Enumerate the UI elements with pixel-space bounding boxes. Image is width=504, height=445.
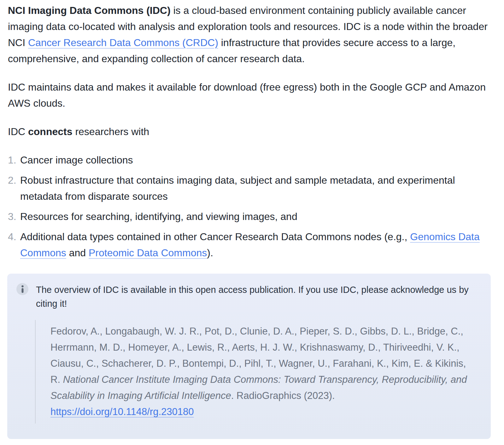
connects-text-b: researchers with [72, 126, 149, 137]
list-marker: 1. [8, 152, 20, 168]
list-marker: 4. [8, 229, 20, 261]
intro-paragraph: NCI Imaging Data Commons (IDC) is a clou… [8, 3, 489, 67]
intro-bold-title: NCI Imaging Data Commons (IDC) [8, 5, 171, 16]
clouds-paragraph: IDC maintains data and makes it availabl… [8, 79, 489, 111]
info-callout: The overview of IDC is available in this… [7, 274, 491, 439]
item4-text-c: ). [207, 247, 213, 258]
item4-text-b: and [66, 247, 89, 258]
doi-link[interactable]: https://doi.org/10.1148/rg.230180 [50, 404, 194, 420]
crdc-link[interactable]: Cancer Research Data Commons (CRDC) [28, 37, 218, 48]
list-marker: 3. [8, 209, 20, 225]
citation-blockquote: Fedorov, A., Longabaugh, W. J. R., Pot, … [35, 320, 478, 424]
connects-list: 1. Cancer image collections 2. Robust in… [8, 152, 496, 261]
list-item-text: Resources for searching, identifying, an… [20, 209, 297, 225]
connects-bold: connects [28, 126, 72, 137]
list-item-text: Additional data types contained in other… [20, 229, 481, 261]
list-item: 2. Robust infrastructure that contains i… [8, 172, 496, 205]
citation-text: Fedorov, A., Longabaugh, W. J. R., Pot, … [50, 323, 473, 420]
clouds-text: IDC maintains data and makes it availabl… [8, 81, 486, 109]
item4-text-a: Additional data types contained in other… [20, 231, 410, 242]
info-icon [16, 283, 28, 295]
list-marker: 2. [8, 172, 20, 205]
callout-lead-text: The overview of IDC is available in this… [36, 282, 478, 311]
proteomic-data-commons-link[interactable]: Proteomic Data Commons [89, 247, 207, 258]
callout-lead-row: The overview of IDC is available in this… [16, 282, 478, 311]
list-item-text: Cancer image collections [20, 152, 133, 168]
connects-text-a: IDC [8, 126, 28, 137]
citation-journal: . RadioGraphics (2023). [231, 390, 335, 401]
list-item: 1. Cancer image collections [8, 152, 496, 168]
list-item: 4. Additional data types contained in ot… [8, 229, 496, 261]
list-item: 3. Resources for searching, identifying,… [8, 209, 496, 225]
connects-paragraph: IDC connects researchers with [8, 124, 489, 140]
page-content: NCI Imaging Data Commons (IDC) is a clou… [0, 0, 504, 439]
list-item-text: Robust infrastructure that contains imag… [20, 172, 481, 205]
